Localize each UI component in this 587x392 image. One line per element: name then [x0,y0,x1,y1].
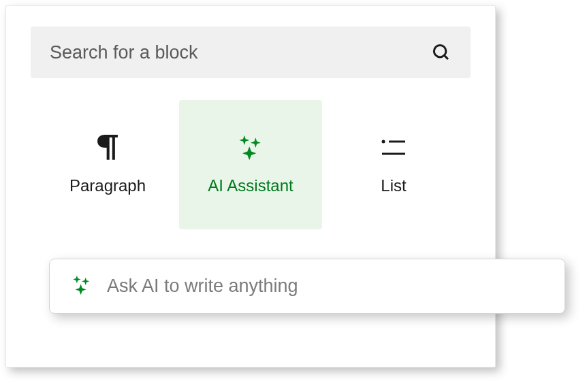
block-label: Paragraph [69,176,146,195]
block-option-list[interactable]: List [322,100,465,229]
paragraph-icon [96,134,119,161]
ai-prompt-placeholder: Ask AI to write anything [107,276,298,297]
svg-point-2 [382,140,385,144]
block-label: List [381,176,406,195]
block-option-ai-assistant[interactable]: AI Assistant [179,100,322,229]
list-icon [381,134,407,161]
block-option-paragraph[interactable]: Paragraph [36,100,179,229]
search-input[interactable]: Search for a block [31,27,471,78]
sparkle-icon [236,134,266,161]
block-label: AI Assistant [208,176,293,195]
svg-point-0 [434,45,446,57]
svg-line-1 [444,55,448,59]
search-placeholder: Search for a block [50,42,198,63]
block-options-row: Paragraph AI Assistant List [31,100,471,229]
ai-prompt-input[interactable]: Ask AI to write anything [49,259,565,314]
search-icon [431,42,451,63]
sparkle-icon [70,274,93,299]
